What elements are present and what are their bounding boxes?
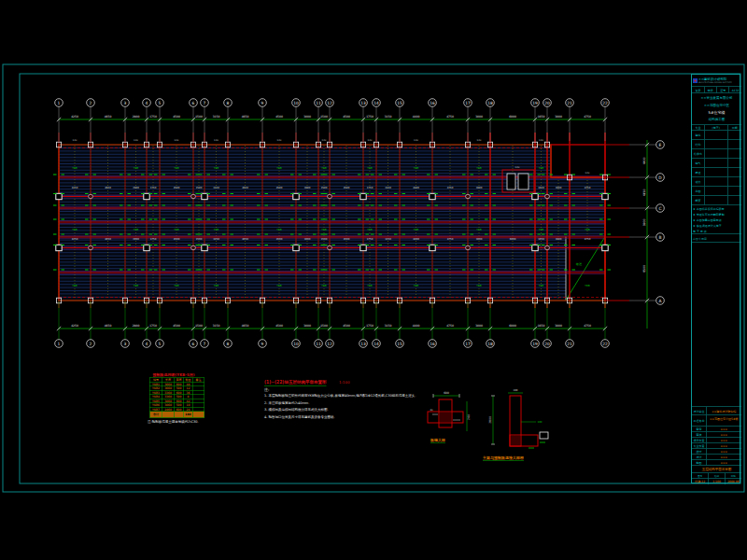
firm-name-en: ARCHITECTURAL DESIGN INSTITUTE: [698, 81, 732, 84]
svg-text:3150: 3150: [385, 324, 392, 328]
svg-text:11: 11: [316, 101, 321, 105]
sign-row: 概算: [692, 196, 741, 205]
svg-text:4400: 4400: [413, 238, 419, 241]
staff-label: 设计: [692, 455, 707, 460]
svg-text:3000: 3000: [304, 238, 311, 241]
svg-text:3150: 3150: [213, 238, 219, 241]
svg-text:4750: 4750: [585, 187, 591, 189]
svg-text:YKB: YKB: [276, 166, 282, 170]
svg-text:120: 120: [134, 139, 138, 142]
dn-value: 结施-12: [692, 479, 708, 484]
svg-text:2900: 2900: [133, 115, 140, 119]
project-name-value: ××花园住宅小区5#楼: [707, 415, 742, 427]
svg-text:120: 120: [175, 139, 179, 142]
stamp-label: 出图专用章: [692, 234, 741, 243]
drawing-title: 五层结构平面布置图: [692, 466, 741, 473]
schedule-cell: [174, 412, 184, 418]
svg-text:7: 7: [204, 342, 206, 346]
svg-text:3000: 3000: [476, 187, 483, 189]
svg-text:3: 3: [124, 101, 127, 105]
svg-text:4650: 4650: [105, 324, 112, 328]
detail-b-caption: 主梁与预制板连接大样图: [483, 452, 565, 470]
svg-text:1650: 1650: [538, 238, 544, 241]
svg-text:1500: 1500: [321, 187, 328, 189]
project-name-label: 工程名称: [692, 415, 707, 427]
svg-text:6000: 6000: [509, 115, 516, 119]
svg-text:8500: 8500: [642, 265, 646, 273]
svg-text:3000: 3000: [556, 238, 562, 241]
schedule-cell: [192, 412, 204, 418]
sign-header-cell: 日期: [728, 125, 742, 131]
svg-text:4750: 4750: [446, 115, 454, 119]
dn-value: 2008.06: [726, 479, 741, 484]
svg-text:4500: 4500: [173, 324, 180, 328]
svg-text:3150: 3150: [213, 324, 220, 328]
svg-text:4650: 4650: [242, 324, 249, 328]
svg-text:3900: 3900: [642, 219, 646, 227]
detail-b-girder-connection: 2800300100: [488, 389, 548, 448]
svg-text:1650: 1650: [538, 115, 545, 119]
svg-text:12: 12: [327, 101, 332, 105]
svg-text:YKB: YKB: [72, 284, 78, 287]
sign-cell: 概算: [692, 196, 705, 205]
sign-cell: [728, 149, 742, 159]
svg-text:7: 7: [204, 101, 206, 105]
detail-a-plank-joint: 60024040: [428, 391, 471, 431]
svg-text:16: 16: [430, 342, 435, 346]
project-line: 结构施工图: [692, 116, 741, 123]
svg-text:22: 22: [602, 101, 608, 105]
svg-text:2900: 2900: [133, 324, 140, 328]
svg-text:YKB: YKB: [214, 166, 219, 170]
sign-row: 结构: [692, 140, 741, 149]
svg-text:C: C: [658, 206, 661, 211]
certificate-cell: 资质: [692, 87, 704, 93]
svg-text:1500: 1500: [321, 238, 328, 241]
certificate-cell: 证号: [717, 87, 729, 93]
svg-text:4400: 4400: [413, 187, 419, 189]
svg-text:YKB: YKB: [414, 284, 419, 287]
staff-value: ×××: [707, 443, 742, 449]
svg-text:4500: 4500: [275, 115, 283, 119]
sign-table: 建筑结构给排水电气暖通动力总图概算: [692, 131, 741, 205]
staff-rows: 审定×××审核×××项目负责×××专业负责×××校对×××设计×××制图×××: [692, 427, 741, 466]
detail-b-caption-text: 主梁与预制板连接大样图: [483, 455, 524, 462]
svg-text:YKB: YKB: [276, 228, 282, 231]
svg-text:120: 120: [515, 166, 520, 169]
svg-text:1650: 1650: [538, 324, 545, 328]
svg-text:4500: 4500: [343, 115, 350, 119]
svg-text:2800: 2800: [488, 416, 492, 424]
svg-text:3000: 3000: [304, 187, 311, 189]
svg-text:16: 16: [430, 101, 435, 105]
svg-text:YKB: YKB: [134, 284, 139, 287]
svg-text:13: 13: [360, 101, 366, 105]
project-line: ××花园住宅小区: [692, 102, 741, 109]
svg-text:B: B: [658, 235, 661, 240]
svg-text:1750: 1750: [149, 115, 157, 119]
svg-text:120: 120: [414, 139, 418, 142]
notes-list: 1. 本层预制板除注明外均采用YKB预应力空心板,板缝宽40mm,缝内配1Φ12…: [264, 393, 404, 421]
svg-text:20: 20: [544, 101, 550, 105]
staff-value: ×××: [707, 427, 742, 432]
grid-axes-bottom: 1425024650329004175054500615007315084650…: [55, 301, 610, 347]
svg-text:10: 10: [293, 101, 299, 105]
svg-text:4500: 4500: [344, 238, 350, 241]
sign-cell: [728, 131, 742, 140]
staff-label: 专业负责: [692, 443, 707, 449]
certificate-cell: A132: [729, 87, 741, 93]
sign-cell: [705, 168, 728, 177]
svg-text:120: 120: [214, 139, 218, 142]
svg-text:6000: 6000: [509, 324, 516, 328]
svg-text:YKB: YKB: [414, 228, 419, 231]
svg-text:1500: 1500: [196, 238, 203, 241]
svg-text:4650: 4650: [105, 238, 111, 241]
svg-text:4250: 4250: [71, 115, 78, 119]
svg-text:4650: 4650: [242, 187, 248, 189]
detail-a-caption: 板缝大样: [430, 434, 460, 453]
sign-cell: [728, 159, 742, 168]
notes-block: (1)~(22)轴五层结构平面布置图 1:100 注: 1. 本层预制板除注明外…: [264, 376, 404, 465]
schedule-cell: 180: [184, 412, 193, 418]
plan-title: (1)~(22)轴五层结构平面布置图: [264, 379, 326, 386]
svg-text:1500: 1500: [195, 324, 203, 328]
sign-cell: 给排水: [692, 149, 705, 159]
svg-text:YKB: YKB: [174, 228, 179, 231]
